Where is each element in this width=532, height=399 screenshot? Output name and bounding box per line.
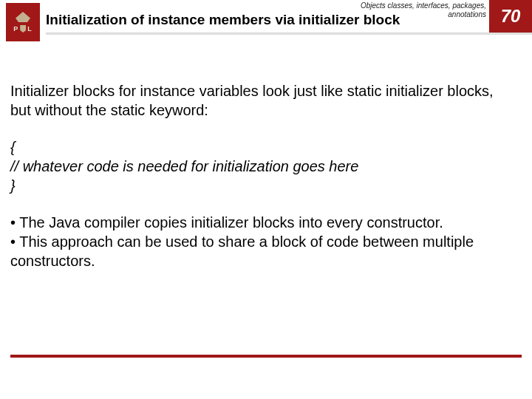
code-block: { // whatever code is needed for initial… [10, 137, 517, 195]
bullet-item-1: • The Java compiler copies initializer b… [10, 213, 517, 232]
logo-letter-p: P [13, 25, 18, 33]
code-comment-line: // whatever code is needed for initializ… [10, 157, 517, 176]
slide-content: Initializer blocks for instance variable… [10, 81, 517, 270]
code-close-brace: } [10, 176, 517, 195]
bullet-item-2: • This approach can be used to share a b… [10, 232, 517, 270]
slide-title: Initialization of instance members via i… [46, 12, 400, 28]
bullet-list: • The Java compiler copies initializer b… [10, 213, 517, 270]
shield-icon [20, 25, 26, 33]
breadcrumb-line1: Objects classes, interfaces, packages, [361, 1, 486, 10]
header-underline [46, 33, 532, 34]
slide-header: P L Objects classes, interfaces, package… [0, 0, 532, 41]
page-number: 70 [489, 0, 532, 33]
footer-divider [10, 355, 522, 358]
eagle-icon [16, 12, 30, 22]
logo-letter-l: L [27, 25, 33, 33]
code-open-brace: { [10, 137, 517, 157]
intro-paragraph: Initializer blocks for instance variable… [10, 81, 517, 120]
title-area: Objects classes, interfaces, packages, a… [46, 0, 488, 33]
institution-logo: P L [6, 3, 40, 41]
